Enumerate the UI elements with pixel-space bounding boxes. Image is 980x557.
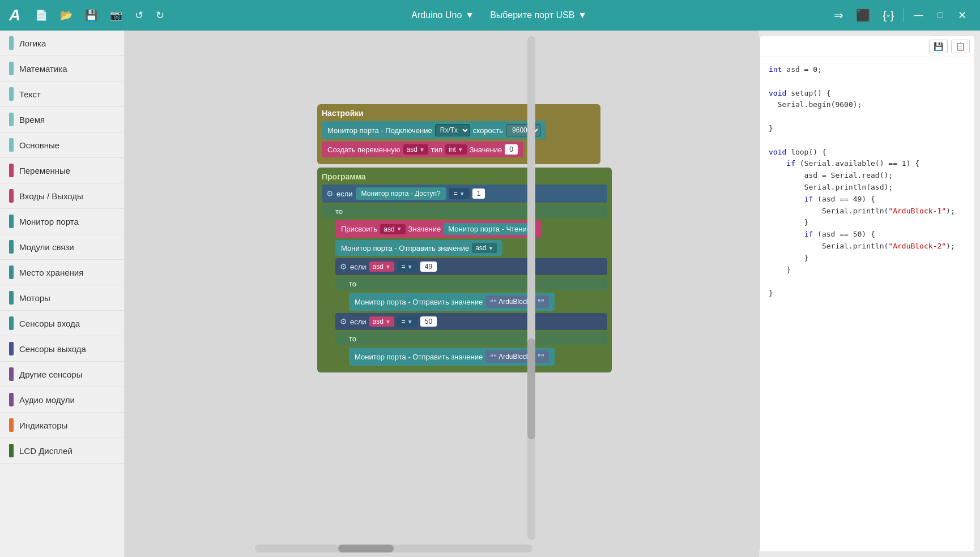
monitor-access-block[interactable]: Монитор порта - Доступ? [356, 187, 446, 200]
sidebar-item-input-sensors[interactable]: Сенсоры входа [0, 311, 124, 336]
sidebar-label-storage: Место хранения [19, 268, 83, 277]
if-label-2: если [350, 263, 367, 271]
if-label-1: если [336, 190, 353, 198]
if-section-2: ⚙ если asd ▼ = ▼ 49 [335, 258, 607, 311]
if-block-1[interactable]: ⚙ если Монитор порта - Доступ? = ▼ 1 [322, 185, 607, 203]
program-block[interactable]: Программа ⚙ если Монитор порта - Доступ?… [317, 168, 612, 372]
str-block-2[interactable]: ❝❝ ArduBlock-2 ❞❞ [485, 350, 548, 363]
assign-block[interactable]: Присвоить asd ▼ Значение Монитор порта -… [335, 220, 541, 238]
close-button[interactable]: ✕ [953, 8, 971, 23]
send-var-tag[interactable]: asd ▼ [472, 243, 497, 253]
sidebar-item-audio[interactable]: Аудио модули [0, 387, 124, 413]
eq-block-2[interactable]: = ▼ [397, 261, 417, 272]
code-save-button[interactable]: 💾 [929, 40, 948, 53]
sidebar-item-lcd[interactable]: LCD Дисплей [0, 438, 124, 464]
sidebar-label-math: Математика [19, 64, 67, 74]
blocks-container: Настройки Монитор порта - Подключение Rx… [317, 104, 759, 372]
val-49[interactable]: 49 [420, 262, 437, 272]
rxtx-dropdown[interactable]: Rx/Tx [435, 124, 470, 136]
board-arrow-icon[interactable]: ▼ [465, 10, 474, 20]
monitor-read-block[interactable]: Монитор порта - Чтение [444, 223, 535, 235]
serial-monitor-button[interactable]: ⬛ [853, 6, 874, 24]
type-dropdown-icon[interactable]: ▼ [458, 147, 463, 153]
time-color [9, 113, 14, 126]
vertical-scrollbar[interactable] [527, 36, 535, 540]
sidebar-item-logic[interactable]: Логика [0, 31, 124, 56]
type-tag[interactable]: int ▼ [445, 144, 467, 155]
canvas-area[interactable]: Настройки Монитор порта - Подключение Rx… [125, 31, 759, 557]
var-asd-tag-2[interactable]: asd ▼ [369, 262, 394, 272]
then-block-2[interactable]: то [335, 277, 607, 290]
send-block-2[interactable]: Монитор порта - Отправить значение ❝❝ Ar… [349, 293, 555, 311]
then-block-1[interactable]: то [322, 205, 607, 218]
val-50[interactable]: 50 [420, 316, 437, 327]
upload-button[interactable]: ⇒ [830, 6, 847, 24]
sidebar-item-output-sensors[interactable]: Сенсоры выхода [0, 336, 124, 362]
sidebar-item-time[interactable]: Время [0, 107, 124, 132]
monitor-connect-text: Монитор порта - Подключение [327, 126, 432, 135]
var-name-tag[interactable]: asd ▼ [403, 144, 428, 155]
code-line-1: int asd = 0; [769, 64, 965, 76]
vertical-scrollbar-thumb[interactable] [527, 339, 535, 439]
sidebar-item-text[interactable]: Текст [0, 82, 124, 107]
eq-block-3[interactable]: = ▼ [397, 316, 417, 327]
open-file-button[interactable]: 📂 [57, 7, 76, 24]
monitor-connect-block[interactable]: Монитор порта - Подключение Rx/Tx скорос… [322, 121, 546, 139]
port-arrow-icon[interactable]: ▼ [578, 10, 587, 20]
if-section-1: ⚙ если Монитор порта - Доступ? = ▼ 1 [322, 185, 607, 366]
sidebar-item-math[interactable]: Математика [0, 56, 124, 82]
create-var-block[interactable]: Создать переменную asd ▼ тип int ▼ Значе… [322, 142, 523, 157]
then-block-3[interactable]: то [335, 332, 607, 345]
screenshot-button[interactable]: 📷 [106, 7, 126, 24]
sidebar-item-comms[interactable]: Модули связи [0, 234, 124, 260]
other-sensors-color [9, 367, 14, 381]
sidebar-item-other-sensors[interactable]: Другие сенсоры [0, 362, 124, 387]
redo-button[interactable]: ↻ [152, 7, 168, 24]
gear-icon-1: ⚙ [326, 189, 334, 198]
send-block-3[interactable]: Монитор порта - Отправить значение ❝❝ Ar… [349, 348, 555, 366]
var-asd-dropdown-2[interactable]: ▼ [385, 264, 391, 270]
undo-button[interactable]: ↺ [131, 7, 147, 24]
horizontal-scrollbar[interactable] [255, 545, 532, 552]
save-file-button[interactable]: 💾 [82, 7, 101, 24]
str-block-1[interactable]: ❝❝ ArduBlock-1 ❞❞ [485, 295, 548, 308]
send-block-1[interactable]: Монитор порта - Отправить значение asd ▼ [335, 240, 502, 256]
maximize-button[interactable]: □ [933, 9, 948, 22]
sidebar-item-io[interactable]: Входы / Выходы [0, 183, 124, 209]
var-asd-dropdown-3[interactable]: ▼ [385, 319, 391, 325]
settings-block[interactable]: Настройки Монитор порта - Подключение Rx… [317, 104, 600, 164]
sidebar-item-monitor[interactable]: Монитор порта [0, 209, 124, 234]
if-block-3[interactable]: ⚙ если asd ▼ = ▼ 50 [335, 313, 607, 330]
code-line-8: void loop() { [769, 147, 965, 158]
eq-block-1[interactable]: = ▼ [449, 188, 470, 199]
var-dropdown-icon[interactable]: ▼ [419, 147, 425, 153]
basic-color [9, 138, 14, 152]
sidebar-item-basic[interactable]: Основные [0, 132, 124, 158]
open-quote-1: ❝❝ [490, 298, 497, 306]
new-file-button[interactable]: 📄 [32, 7, 51, 24]
value-zero[interactable]: 0 [505, 144, 518, 155]
code-view-button[interactable]: {-} [879, 7, 897, 24]
val-1[interactable]: 1 [472, 188, 485, 199]
horizontal-scrollbar-thumb[interactable] [338, 545, 394, 552]
code-line-12: if (asd == 49) { [769, 194, 965, 205]
assign-var-dropdown[interactable]: ▼ [397, 226, 402, 232]
code-copy-button[interactable]: 📋 [951, 40, 970, 53]
minimize-button[interactable]: — [909, 9, 927, 22]
if-block-2[interactable]: ⚙ если asd ▼ = ▼ 49 [335, 258, 607, 275]
code-line-6: } [769, 123, 965, 135]
code-line-20: } [769, 288, 965, 299]
var-asd-3: asd [373, 318, 384, 325]
sidebar-item-variables[interactable]: Переменные [0, 158, 124, 183]
sidebar-item-indicators[interactable]: Индикаторы [0, 413, 124, 438]
logic-color [9, 36, 14, 50]
code-line-16: Serial.println("ArduBlock-2"); [769, 241, 965, 252]
separator [903, 8, 904, 22]
send-var-dropdown[interactable]: ▼ [488, 245, 494, 251]
assign-var-tag[interactable]: asd ▼ [380, 224, 405, 234]
sidebar-item-motors[interactable]: Моторы [0, 285, 124, 311]
output-sensors-color [9, 342, 14, 355]
var-asd-tag-3[interactable]: asd ▼ [369, 316, 394, 327]
dropdown-arrow-2: ▼ [407, 264, 413, 270]
sidebar-item-storage[interactable]: Место хранения [0, 260, 124, 285]
